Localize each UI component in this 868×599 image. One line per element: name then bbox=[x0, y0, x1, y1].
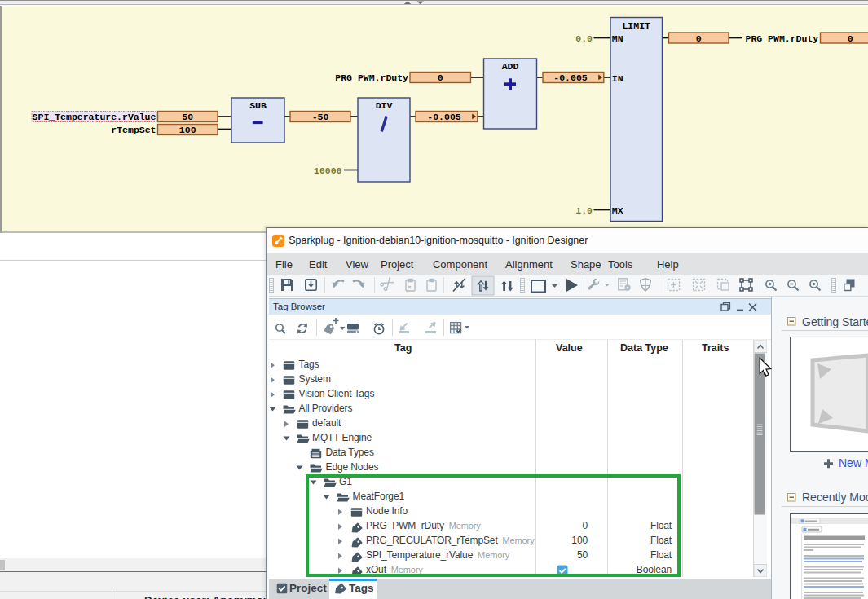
svg-text:LIMIT: LIMIT bbox=[622, 20, 650, 31]
svg-text:IN: IN bbox=[612, 73, 623, 84]
svg-text:PRG_PWM.rDuty: PRG_PWM.rDuty bbox=[335, 73, 408, 83]
svg-text:-0.005: -0.005 bbox=[427, 112, 461, 122]
svg-text:0: 0 bbox=[438, 73, 443, 83]
svg-text:PRG_PWM.rDuty: PRG_PWM.rDuty bbox=[746, 33, 819, 44]
svg-text:rTempSet: rTempSet bbox=[111, 125, 156, 135]
svg-text:0: 0 bbox=[848, 33, 853, 44]
svg-text:-0.005: -0.005 bbox=[553, 73, 588, 83]
svg-text:MN: MN bbox=[612, 33, 623, 44]
svg-text:50: 50 bbox=[182, 112, 193, 122]
svg-text:SPI_Temperature.rValue: SPI_Temperature.rValue bbox=[33, 112, 156, 122]
svg-text:SUB: SUB bbox=[249, 100, 267, 111]
svg-text:0.0: 0.0 bbox=[575, 33, 593, 44]
svg-text:MX: MX bbox=[612, 205, 623, 216]
svg-text:DIV: DIV bbox=[376, 100, 393, 111]
svg-text:0: 0 bbox=[696, 33, 702, 44]
svg-text:10000: 10000 bbox=[314, 165, 342, 176]
svg-text:-50: -50 bbox=[312, 112, 329, 122]
svg-text:1.0: 1.0 bbox=[575, 205, 593, 216]
svg-text:100: 100 bbox=[179, 125, 196, 135]
svg-text:ADD: ADD bbox=[502, 61, 519, 72]
